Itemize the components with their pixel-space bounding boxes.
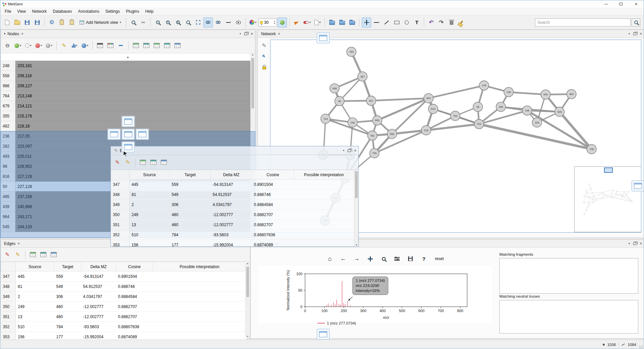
edges-table-row[interactable]: 35113460-12.0027770.8882707 <box>111 220 354 230</box>
menu-item-annotations[interactable]: Annotations <box>75 8 102 15</box>
cell[interactable]: 2 <box>130 200 170 210</box>
cell[interactable]: 0.8884584 <box>252 200 294 210</box>
size-nodes-button[interactable] <box>278 17 287 28</box>
lock-view-button[interactable] <box>260 63 268 71</box>
row-header-cell[interactable]: 347 <box>111 180 130 190</box>
cell[interactable]: 0.8901504 <box>116 271 153 282</box>
link-nodes-toggle[interactable] <box>213 17 223 28</box>
edges-table-row[interactable]: 352510784-93.56030.88807636 <box>1 322 246 332</box>
table-view-2-button[interactable] <box>142 40 151 51</box>
plot-pan-button[interactable] <box>365 254 375 264</box>
cell[interactable]: 549 <box>170 190 211 200</box>
scrollbar-thumb[interactable] <box>355 171 358 198</box>
tab-close-icon[interactable]: × <box>21 32 23 36</box>
cell[interactable] <box>294 180 354 190</box>
dock-indicator-top[interactable] <box>122 116 135 127</box>
network-edge[interactable] <box>340 77 363 101</box>
row-header-cell[interactable]: 482 <box>1 121 15 131</box>
cell[interactable]: 460 <box>54 312 81 322</box>
close-dock-icon[interactable]: × <box>640 241 642 246</box>
edges-table-row[interactable]: 3488154954.9125370.888746 <box>111 190 354 200</box>
cell[interactable] <box>153 322 246 332</box>
mz-value-cell[interactable]: 209,118 <box>15 71 251 81</box>
row-header-cell[interactable]: 96 <box>1 161 15 171</box>
close-dock-icon[interactable]: × <box>640 32 642 36</box>
cell[interactable]: 249 <box>130 210 170 220</box>
network-edge[interactable] <box>371 98 429 101</box>
cell[interactable]: 445 <box>130 180 170 190</box>
float-dock-icon[interactable] <box>633 33 636 35</box>
cell[interactable]: 460 <box>170 220 211 230</box>
row-header-cell[interactable]: 816 <box>1 171 15 182</box>
cell[interactable]: 460 <box>54 302 81 312</box>
cell[interactable]: -15.992004 <box>211 240 252 247</box>
cell[interactable]: 0.8882707 <box>252 220 294 230</box>
cell[interactable]: 460 <box>170 210 211 220</box>
show-isolated-nodes-button[interactable] <box>234 17 243 28</box>
cell[interactable] <box>294 230 354 240</box>
edges-table-row[interactable]: 353156177-15.9920040.8874089 <box>111 240 354 247</box>
network-minimap[interactable] <box>574 166 641 232</box>
menu-item-databases[interactable]: Databases <box>50 8 75 15</box>
resize-grip[interactable] <box>639 345 643 349</box>
pills-annotation-button[interactable]: ▾ <box>302 17 312 28</box>
cell[interactable]: 2 <box>16 292 54 302</box>
cell[interactable]: 0.8884584 <box>116 292 153 302</box>
edges-table-view-3-button[interactable] <box>49 249 58 260</box>
network-edge[interactable] <box>479 110 527 124</box>
edges-table-row[interactable]: 34923064.03417970.8884584 <box>1 292 246 302</box>
node-size-mapping-button[interactable]: ▾ <box>80 40 90 51</box>
dock-indicator-left[interactable] <box>108 129 120 140</box>
color-column-button[interactable]: ▾ <box>13 40 22 51</box>
cell[interactable]: -54.913147 <box>211 180 252 190</box>
row-header-cell[interactable]: 352 <box>1 322 16 332</box>
view-colored-table-button[interactable] <box>106 40 115 51</box>
cell[interactable]: 0.8874089 <box>252 240 294 247</box>
cell[interactable] <box>294 240 354 247</box>
import-group-mapping-button[interactable] <box>67 17 77 28</box>
nodes-table-row[interactable]: 764213,148 <box>1 91 251 101</box>
cell[interactable]: 559 <box>54 271 81 282</box>
network-edge[interactable] <box>377 98 429 120</box>
row-header-cell[interactable]: 348 <box>111 190 130 200</box>
cut-network-button[interactable]: ✂ <box>139 17 148 28</box>
network-edge[interactable] <box>509 92 546 94</box>
cell[interactable]: 0.888746 <box>252 190 294 200</box>
cell[interactable]: -93.5603 <box>81 322 116 332</box>
table-view-3-button[interactable] <box>152 40 161 51</box>
row-header-cell[interactable]: 351 <box>1 312 16 322</box>
move-tool-button[interactable] <box>362 17 371 28</box>
cell[interactable] <box>153 282 246 292</box>
menu-item-settings[interactable]: Settings <box>102 8 123 15</box>
cell[interactable]: 784 <box>170 230 211 240</box>
edges-table-view-1-button[interactable] <box>28 249 38 260</box>
column-header-cosine[interactable]: Cosine <box>252 170 294 180</box>
zoom-reset-button[interactable]: 1 <box>173 17 183 28</box>
tab-close-icon[interactable]: × <box>17 241 20 246</box>
edges-tab[interactable]: Edges × <box>3 241 21 247</box>
cell[interactable]: 54.912537 <box>211 190 252 200</box>
zoom-selection-button[interactable] <box>183 17 193 28</box>
cell[interactable]: 177 <box>170 240 211 247</box>
row-header-cell[interactable]: 236 <box>1 131 15 141</box>
matching-fragments-box[interactable] <box>499 258 638 294</box>
scrollbar-thumb[interactable] <box>246 267 249 297</box>
floating-table-scrollbar[interactable]: ▼ <box>354 170 358 246</box>
view-data-table-button[interactable] <box>95 40 105 51</box>
new-project-button[interactable] <box>2 17 12 28</box>
cell[interactable]: -12.002777 <box>81 312 116 322</box>
process-file-button[interactable]: ⚙ <box>47 17 56 28</box>
plot-help-button[interactable]: ? <box>419 254 429 264</box>
cell[interactable] <box>294 200 354 210</box>
cell[interactable]: -93.5603 <box>211 230 252 240</box>
row-header-cell[interactable]: 352 <box>111 230 130 240</box>
cell[interactable] <box>294 220 354 230</box>
column-header-possible-interpretation[interactable]: Possible interpretation <box>294 170 354 180</box>
annotate-pencil-button[interactable]: ✎ <box>260 42 268 49</box>
mz-value-cell[interactable]: 213,148 <box>15 91 251 101</box>
save-as-button[interactable] <box>33 17 42 28</box>
float-dock-icon[interactable] <box>348 149 351 152</box>
menu-item-network[interactable]: Network <box>29 8 50 15</box>
dock-menu-icon[interactable]: ▾ <box>240 32 241 35</box>
row-header-cell[interactable]: 966 <box>1 81 15 91</box>
